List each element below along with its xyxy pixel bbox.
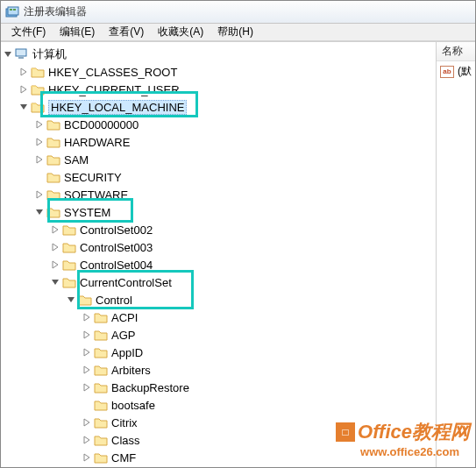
folder-icon xyxy=(62,223,76,236)
tree-label: HKEY_CURRENT_USER xyxy=(48,83,180,96)
expand-icon[interactable] xyxy=(34,189,45,200)
tree-label: ControlSet003 xyxy=(80,241,153,254)
tree-label: Control xyxy=(96,294,132,307)
tree-label: HARDWARE xyxy=(64,136,130,149)
tree-label: SAM xyxy=(64,153,89,167)
folder-icon xyxy=(46,153,60,166)
value-row-default[interactable]: ab (默 xyxy=(437,61,475,82)
expand-icon[interactable] xyxy=(82,452,92,463)
folder-icon xyxy=(94,416,108,429)
collapse-icon[interactable] xyxy=(3,49,13,60)
tree-node-hklm[interactable]: HKEY_LOCAL_MACHINE xyxy=(18,98,436,116)
expand-icon[interactable] xyxy=(50,224,60,235)
expand-icon[interactable] xyxy=(82,330,92,340)
tree-node-bcd[interactable]: BCD00000000 xyxy=(34,116,436,133)
tree-node-software[interactable]: SOFTWARE xyxy=(34,186,436,203)
folder-icon xyxy=(31,66,45,78)
tree-label: bootsafe xyxy=(111,399,155,412)
tree-node-backuprestore[interactable]: BackupRestore xyxy=(82,379,436,396)
expand-icon[interactable] xyxy=(82,417,92,428)
collapse-icon[interactable] xyxy=(66,294,76,305)
folder-icon xyxy=(46,206,60,218)
tree-node-acpi[interactable]: ACPI xyxy=(82,308,436,326)
tree-node-sam[interactable]: SAM xyxy=(34,151,436,168)
expand-icon[interactable] xyxy=(82,435,92,445)
expand-icon[interactable] xyxy=(82,365,92,375)
tree-node-cs3[interactable]: ControlSet003 xyxy=(50,238,436,256)
tree-label: BackupRestore xyxy=(111,381,189,394)
folder-icon xyxy=(94,451,108,464)
tree-label: Citrix xyxy=(111,416,138,429)
svg-rect-5 xyxy=(18,57,24,59)
expand-icon[interactable] xyxy=(34,137,45,147)
tree-label: HKEY_CLASSES_ROOT xyxy=(48,66,177,79)
titlebar: 注册表编辑器 xyxy=(1,1,475,24)
expand-icon[interactable] xyxy=(34,154,45,165)
tree-node-arbiters[interactable]: Arbiters xyxy=(82,361,436,379)
folder-icon xyxy=(78,294,92,306)
expand-icon[interactable] xyxy=(82,312,92,323)
folder-icon xyxy=(62,259,76,271)
expand-icon[interactable] xyxy=(18,67,29,77)
folder-icon xyxy=(46,136,60,148)
tree-label: Class xyxy=(111,434,140,447)
tree-node-hkcu[interactable]: HKEY_CURRENT_USER xyxy=(18,81,436,98)
tree-node-hkcr[interactable]: HKEY_CLASSES_ROOT xyxy=(18,63,436,81)
folder-icon xyxy=(62,276,76,288)
string-value-icon: ab xyxy=(440,66,454,78)
tree-node-control[interactable]: Control xyxy=(66,291,436,308)
tree-label: ControlSet002 xyxy=(80,223,153,237)
folder-icon xyxy=(46,171,60,183)
tree-label: ACPI xyxy=(111,311,138,324)
folder-icon xyxy=(94,346,108,358)
tree-node-cs4[interactable]: ControlSet004 xyxy=(50,256,436,273)
tree-label: CurrentControlSet xyxy=(80,276,172,289)
menubar: 文件(F) 编辑(E) 查看(V) 收藏夹(A) 帮助(H) xyxy=(1,24,475,41)
tree-label: 计算机 xyxy=(32,46,67,62)
tree-label: ControlSet004 xyxy=(80,259,153,272)
tree-node-computer[interactable]: 计算机 xyxy=(3,46,436,63)
tree-label: CMF xyxy=(111,451,136,464)
tree-label: SECURITY xyxy=(64,171,122,184)
collapse-icon[interactable] xyxy=(34,207,45,217)
expand-icon[interactable] xyxy=(34,119,45,130)
svg-rect-1 xyxy=(8,7,18,15)
folder-icon xyxy=(31,83,45,96)
tree-node-appid[interactable]: AppID xyxy=(82,344,436,361)
expand-icon[interactable] xyxy=(50,259,60,270)
tree-node-cs2[interactable]: ControlSet002 xyxy=(50,221,436,238)
tree-label: BCD00000000 xyxy=(64,118,139,131)
expand-icon[interactable] xyxy=(82,347,92,358)
tree-node-system[interactable]: SYSTEM xyxy=(34,203,436,221)
folder-icon xyxy=(46,118,60,131)
tree-node-ccs[interactable]: CurrentControlSet xyxy=(50,273,436,291)
tree-node-class[interactable]: Class xyxy=(82,431,436,449)
values-pane[interactable]: 名称 ab (默 xyxy=(437,41,475,467)
menu-view[interactable]: 查看(V) xyxy=(102,23,151,41)
menu-help[interactable]: 帮助(H) xyxy=(210,23,260,41)
menu-edit[interactable]: 编辑(E) xyxy=(53,23,102,41)
folder-icon xyxy=(94,381,108,394)
expand-icon[interactable] xyxy=(18,84,29,95)
tree-label: HKEY_LOCAL_MACHINE xyxy=(48,100,187,115)
menu-file[interactable]: 文件(F) xyxy=(4,23,53,41)
tree-node-hardware[interactable]: HARDWARE xyxy=(34,133,436,151)
tree-node-bootsafe[interactable]: bootsafe xyxy=(82,396,436,414)
collapse-icon[interactable] xyxy=(50,277,60,287)
column-header-name[interactable]: 名称 xyxy=(437,42,475,61)
value-name: (默 xyxy=(458,64,472,79)
expand-icon[interactable] xyxy=(82,382,92,393)
svg-rect-3 xyxy=(13,9,16,11)
tree-label: SOFTWARE xyxy=(64,188,128,202)
tree-node-agp[interactable]: AGP xyxy=(82,326,436,344)
tree-pane[interactable]: 计算机 HKEY_CLASSES_ROOT HKEY_CURRENT_USER xyxy=(1,41,437,467)
computer-icon xyxy=(15,48,29,60)
tree-node-cmf[interactable]: CMF xyxy=(82,449,436,466)
tree-node-citrix[interactable]: Citrix xyxy=(82,414,436,431)
menu-favorites[interactable]: 收藏夹(A) xyxy=(151,23,210,41)
expand-icon[interactable] xyxy=(50,242,60,252)
collapse-icon[interactable] xyxy=(18,102,29,112)
folder-icon xyxy=(46,188,60,201)
folder-icon xyxy=(94,329,108,341)
tree-node-security[interactable]: SECURITY xyxy=(34,168,436,186)
